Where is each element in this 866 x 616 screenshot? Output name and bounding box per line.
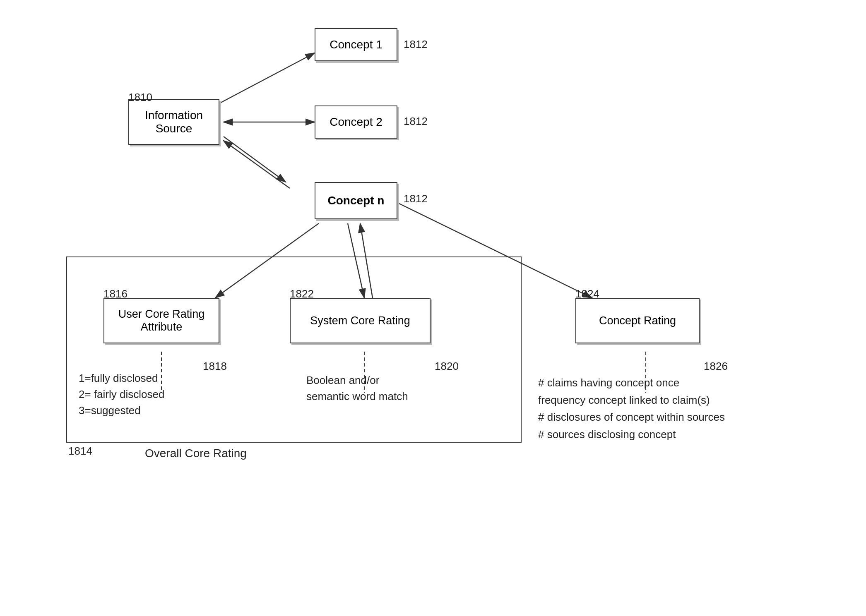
user-core-rating-box: User Core Rating Attribute: [103, 298, 219, 343]
id-1812-cn: 1812: [404, 192, 428, 205]
system-core-rating-box: System Core Rating: [290, 298, 431, 343]
concept-rating-label: Concept Rating: [599, 314, 676, 327]
user-core-rating-label: User Core Rating Attribute: [118, 308, 205, 333]
concept-rating-desc: # claims having concept once frequency c…: [538, 374, 725, 443]
concept2-label: Concept 2: [330, 115, 382, 129]
diagram: Information Source 1810 Concept 1 1812 C…: [0, 0, 866, 616]
id-1822: 1822: [290, 288, 314, 300]
conceptn-label: Concept n: [328, 194, 385, 207]
user-core-rating-desc: 1=fully disclosed 2= fairly disclosed 3=…: [79, 370, 164, 419]
concept2-box: Concept 2: [315, 105, 397, 139]
id-1812-c2: 1812: [404, 115, 428, 128]
svg-line-6: [224, 141, 290, 188]
id-1826: 1826: [704, 360, 728, 373]
conceptn-box: Concept n: [315, 182, 397, 219]
concept1-label: Concept 1: [330, 38, 382, 51]
overall-core-rating-label: Overall Core Rating: [145, 447, 247, 460]
concept1-box: Concept 1: [315, 28, 397, 61]
information-source-label: Information Source: [145, 109, 203, 135]
id-1810: 1810: [128, 91, 152, 104]
id-1824: 1824: [575, 288, 599, 300]
svg-line-5: [224, 137, 286, 182]
id-1816: 1816: [103, 288, 127, 300]
id-1820: 1820: [435, 360, 459, 373]
id-1818: 1818: [203, 360, 227, 373]
information-source-box: Information Source: [128, 99, 219, 145]
id-1814: 1814: [68, 445, 92, 458]
id-1812-c1: 1812: [404, 38, 428, 51]
system-core-rating-label: System Core Rating: [310, 314, 410, 327]
system-core-rating-desc: Boolean and/or semantic word match: [306, 372, 408, 405]
concept-rating-box: Concept Rating: [575, 298, 700, 343]
svg-line-3: [215, 53, 315, 105]
